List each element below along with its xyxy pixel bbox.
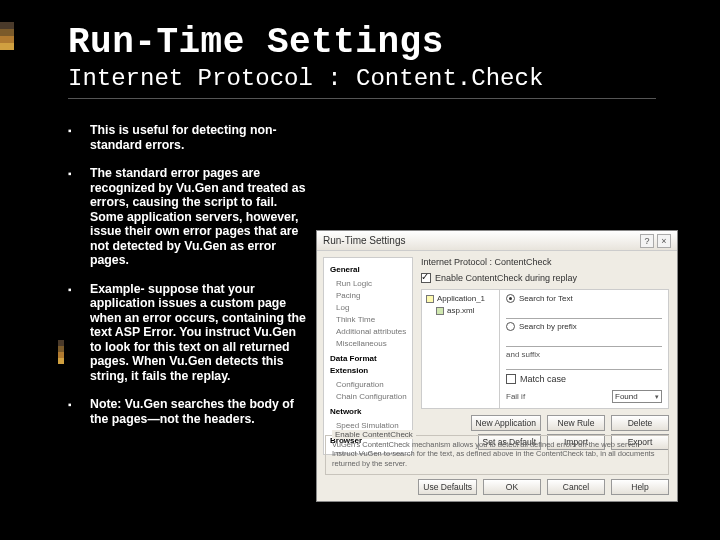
- tree-item[interactable]: Additional attributes: [330, 326, 408, 338]
- list-item[interactable]: Application_1: [426, 294, 495, 303]
- panel-caption: Internet Protocol : ContentCheck: [421, 257, 669, 267]
- ok-button[interactable]: OK: [483, 479, 541, 495]
- list-item: ▪ Note: Vu.Gen searches the body of the …: [68, 397, 306, 426]
- match-case-label: Match case: [520, 374, 566, 384]
- tree-item[interactable]: Run Logic: [330, 278, 408, 290]
- prefix-input[interactable]: [506, 336, 662, 347]
- titlebar[interactable]: Run-Time Settings ? ×: [317, 231, 677, 251]
- fail-if-dropdown[interactable]: Found: [612, 390, 662, 403]
- suffix-input[interactable]: [506, 359, 662, 370]
- list-item: ▪ This is useful for detecting non-stand…: [68, 123, 306, 152]
- close-button[interactable]: ×: [657, 234, 671, 248]
- new-application-button[interactable]: New Application: [471, 415, 541, 431]
- divider: [68, 98, 656, 99]
- suffix-label: and suffix: [506, 350, 662, 359]
- category-tree[interactable]: General Run Logic Pacing Log Think Time …: [323, 257, 413, 455]
- tree-group: Data Format Extension: [330, 353, 408, 377]
- dropdown-value: Found: [615, 392, 638, 401]
- use-defaults-button[interactable]: Use Defaults: [418, 479, 477, 495]
- slide-subtitle: Internet Protocol : Content.Check: [68, 65, 656, 92]
- tree-item[interactable]: Chain Configuration: [330, 391, 408, 403]
- help-button[interactable]: Help: [611, 479, 669, 495]
- bullet-text: Example- suppose that your application i…: [90, 282, 306, 384]
- enable-label: Enable ContentCheck during replay: [435, 273, 577, 283]
- list-item: ▪ Example- suppose that your application…: [68, 282, 306, 384]
- tree-group: Network: [330, 406, 408, 418]
- match-case-checkbox[interactable]: [506, 374, 516, 384]
- fail-if-label: Fail if: [506, 392, 525, 401]
- description-text: VuGen's ContentCheck mechanism allows yo…: [332, 440, 662, 468]
- application-list[interactable]: Application_1 asp.xml: [422, 290, 500, 408]
- cancel-button[interactable]: Cancel: [547, 479, 605, 495]
- tree-item[interactable]: Think Time: [330, 314, 408, 326]
- bullet-text: Note: Vu.Gen searches the body of the pa…: [90, 397, 306, 426]
- bullet-list: ▪ This is useful for detecting non-stand…: [68, 123, 306, 426]
- tree-item[interactable]: Miscellaneous: [330, 338, 408, 350]
- list-item[interactable]: asp.xml: [426, 306, 495, 315]
- search-text-input[interactable]: [506, 308, 662, 319]
- tree-item[interactable]: Pacing: [330, 290, 408, 302]
- help-button[interactable]: ?: [640, 234, 654, 248]
- radio-label: Search for Text: [519, 294, 573, 303]
- bullet-text: The standard error pages are recognized …: [90, 166, 306, 268]
- group-title: Enable ContentCheck: [332, 430, 416, 439]
- app-name: Application_1: [437, 294, 485, 303]
- delete-button[interactable]: Delete: [611, 415, 669, 431]
- app-icon: [426, 295, 434, 303]
- tree-header: General: [330, 264, 408, 276]
- bullet-text: This is useful for detecting non-standar…: [90, 123, 306, 152]
- enable-contentcheck-checkbox[interactable]: [421, 273, 431, 283]
- radio-label: Search by prefix: [519, 322, 577, 331]
- new-rule-button[interactable]: New Rule: [547, 415, 605, 431]
- description-group: Enable ContentCheck VuGen's ContentCheck…: [325, 435, 669, 475]
- search-prefix-radio[interactable]: [506, 322, 515, 331]
- runtime-settings-dialog: Run-Time Settings ? × General Run Logic …: [316, 230, 678, 502]
- rule-icon: [436, 307, 444, 315]
- search-text-radio[interactable]: [506, 294, 515, 303]
- tree-item[interactable]: Log: [330, 302, 408, 314]
- tree-item[interactable]: Configuration: [330, 379, 408, 391]
- rule-detail: Search for Text Search by prefix and suf…: [500, 290, 668, 408]
- list-item: ▪ The standard error pages are recognize…: [68, 166, 306, 268]
- window-title: Run-Time Settings: [323, 235, 405, 246]
- rule-name: asp.xml: [447, 306, 475, 315]
- rule-panel: Application_1 asp.xml Search for Text: [421, 289, 669, 409]
- slide-title: Run-Time Settings: [68, 22, 656, 63]
